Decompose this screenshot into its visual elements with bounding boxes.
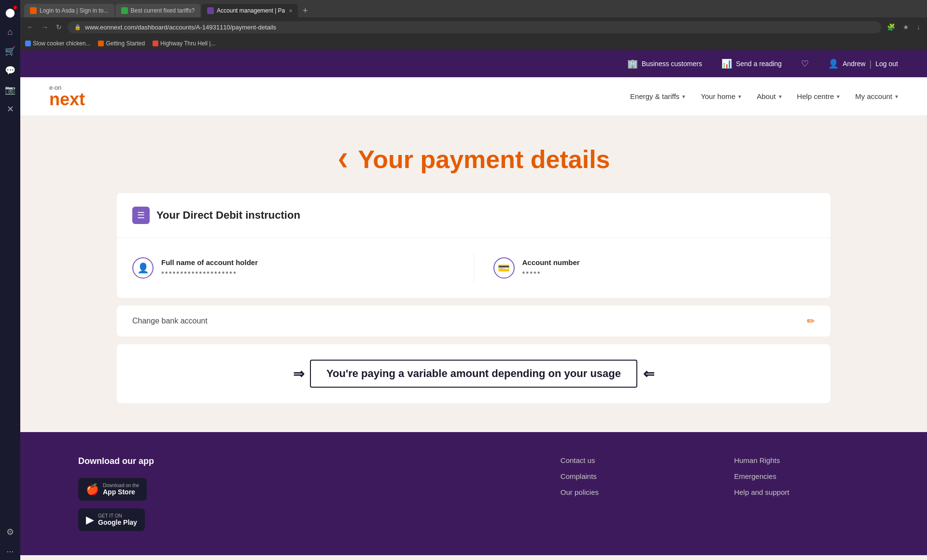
bookmark-label-highway: Highway Thru Hell |... [160,40,215,47]
bookmark-asda[interactable]: Slow cooker chicken... [25,40,90,47]
address-bar[interactable]: 🔒 www.eonnext.com/dashboard/accounts/A-1… [68,21,881,33]
extensions-btn[interactable]: 🧩 [885,21,897,33]
download-btn[interactable]: ↓ [915,21,922,33]
arrow-left-icon: ⇒ [293,366,304,382]
variable-amount-card: ⇒ You're paying a variable amount depend… [117,344,830,403]
tab-tariffs[interactable]: Best current fixed tariffs? [115,4,201,17]
bookmark-label-slow-cooker: Slow cooker chicken... [33,40,90,47]
edit-icon[interactable]: ✏ [807,315,815,327]
logout-label[interactable]: Log out [875,60,898,68]
footer-links-col1: Contact us Complaints Our policies [561,456,696,531]
bookmarks-bar: Slow cooker chicken... Getting Started H… [20,37,927,50]
card-body: 👤 Full name of account holder **********… [117,238,830,298]
play-store-sub: GET IT ON [98,513,137,518]
tab-icon-tariffs [121,7,128,14]
app-badges: 🍎 Download on the App Store ▶ GET IT ON … [78,478,213,531]
footer-contact-link[interactable]: Contact us [561,456,696,464]
logo-bottom: next [49,91,85,108]
nav-about[interactable]: About ▾ [757,92,781,100]
person-icon: 👤 [132,257,154,279]
sidebar-home-icon[interactable]: ⌂ [1,23,19,41]
bookmark-label-getting-started: Getting Started [106,40,145,47]
full-name-text: Full name of account holder ************… [161,258,258,278]
footer-app-col: Download our app 🍎 Download on the App S… [78,456,213,531]
card-header: ☰ Your Direct Debit instruction [117,193,830,238]
change-bank-card[interactable]: Change bank account ✏ [117,306,830,336]
refresh-btn[interactable]: ↻ [54,21,64,33]
user-icon: 👤 [828,58,839,69]
tab-label-tariffs: Best current fixed tariffs? [131,7,195,14]
forward-browser-btn[interactable]: → [40,21,50,33]
utility-bar: 🏢 Business customers 📊 Send a reading ♡ … [20,50,927,77]
bookmark-highway[interactable]: Highway Thru Hell |... [153,40,215,47]
play-store-main: Google Play [98,518,137,526]
tab-icon-account [207,7,214,14]
full-name-item: 👤 Full name of account holder **********… [132,257,454,279]
back-button[interactable]: ❮ [337,152,348,168]
card-divider [474,253,474,282]
account-number-value: ***** [522,269,580,278]
back-browser-btn[interactable]: ← [25,21,36,33]
sidebar-settings-icon[interactable]: ⚙ [1,523,19,541]
nav-energy-tariffs[interactable]: Energy & tariffs ▾ [630,92,685,100]
nav-my-account-label: My account [855,92,892,100]
browser-sidebar: ⬤ ⌂ 🛒 💬 📷 ✕ ⚙ ··· [0,0,20,560]
footer-spacer [252,456,522,531]
business-customers-link[interactable]: 🏢 Business customers [627,58,702,69]
sidebar-shop-icon[interactable]: 🛒 [1,42,19,60]
app-store-sub: Download on the [103,483,139,488]
send-reading-link[interactable]: 📊 Send a reading [721,58,782,69]
footer-policies-link[interactable]: Our policies [561,488,696,496]
bookmark-icon-asda [25,41,31,46]
new-tab-button[interactable]: + [299,6,312,16]
variable-message-text: You're paying a variable amount dependin… [326,367,621,379]
user-name-label: Andrew [843,60,865,68]
footer-help-support-link[interactable]: Help and support [734,488,869,496]
sidebar-x-icon[interactable]: ✕ [1,100,19,118]
logo[interactable]: e·on next [49,84,85,108]
content-area: ❮ Your payment details ☰ Your Direct Deb… [20,116,927,432]
nav-about-label: About [757,92,775,100]
footer-human-rights-link[interactable]: Human Rights [734,456,869,464]
account-number-label: Account number [522,258,580,266]
sidebar-opera-icon[interactable]: ⬤ [1,4,19,21]
heart-icon-item[interactable]: ♡ [801,58,809,69]
sidebar-instagram-icon[interactable]: 📷 [1,81,19,98]
nav-bar: ← → ↻ 🔒 www.eonnext.com/dashboard/accoun… [20,17,927,37]
sidebar-more-icon[interactable]: ··· [1,543,19,560]
tab-close-icon[interactable]: ✕ [289,8,293,14]
variable-message-box: You're paying a variable amount dependin… [310,360,637,388]
page-title: Your payment details [358,145,610,174]
footer-emergencies-link[interactable]: Emergencies [734,472,869,480]
app-store-badge[interactable]: 🍎 Download on the App Store [78,478,147,501]
footer-links-col2: Human Rights Emergencies Help and suppor… [734,456,869,531]
full-name-label: Full name of account holder [161,258,258,266]
sidebar-messenger-icon[interactable]: 💬 [1,62,19,79]
send-reading-label: Send a reading [736,60,782,68]
tab-account[interactable]: Account management | Pa ✕ [201,4,298,17]
nav-help-chevron: ▾ [837,93,840,100]
direct-debit-card: ☰ Your Direct Debit instruction 👤 Full n… [117,193,830,298]
footer-links-list2: Human Rights Emergencies Help and suppor… [734,456,869,496]
footer-complaints-link[interactable]: Complaints [561,472,696,480]
nav-your-home-chevron: ▾ [738,93,741,100]
tab-label-asda: Login to Asda | Sign in to... [40,7,109,14]
nav-help-centre[interactable]: Help centre ▾ [797,92,840,100]
favorites-btn[interactable]: ★ [901,21,911,33]
tab-icon-asda [30,7,37,14]
nav-your-home-label: Your home [701,92,735,100]
bookmark-icon-highway [153,41,158,46]
bookmark-getting-started[interactable]: Getting Started [98,40,145,47]
nav-my-account[interactable]: My account ▾ [855,92,898,100]
tab-bar: Login to Asda | Sign in to... Best curre… [20,0,927,17]
arrow-right-icon: ⇐ [643,366,654,382]
full-name-value: ******************** [161,269,258,278]
user-menu[interactable]: 👤 Andrew | Log out [828,58,898,69]
tab-asda[interactable]: Login to Asda | Sign in to... [24,4,114,17]
play-store-badge[interactable]: ▶ GET IT ON Google Play [78,508,145,531]
dd-icon: ☰ [132,207,150,224]
nav-your-home[interactable]: Your home ▾ [701,92,741,100]
divider: | [870,59,872,69]
change-bank-label: Change bank account [132,317,208,325]
nav-links: Energy & tariffs ▾ Your home ▾ About ▾ H… [630,92,898,100]
